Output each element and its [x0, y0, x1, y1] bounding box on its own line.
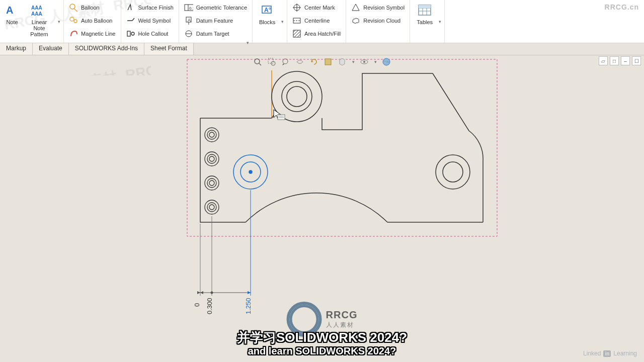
svg-point-60	[436, 155, 470, 189]
centerline-icon	[292, 16, 301, 25]
balloon-icon	[69, 3, 78, 12]
tab-evaluate[interactable]: Evaluate	[33, 43, 69, 55]
tables-button[interactable]: Tables	[412, 1, 437, 42]
logo-text: RRCG	[326, 309, 358, 321]
hole-callout-button[interactable]: Hole Callout	[123, 27, 177, 40]
magnetic-line-button[interactable]: Magnetic Line	[66, 27, 119, 40]
area-hatch-button[interactable]: Area Hatch/Fill	[289, 27, 344, 40]
note-label: Note	[6, 19, 18, 25]
linkedin-learning-badge: Linked in Learning	[583, 350, 637, 357]
rotate-icon[interactable]	[308, 56, 319, 67]
view-heads-up-toolbar: ▾ ▾	[252, 56, 392, 67]
linear-note-icon: AAAAAA	[31, 2, 47, 18]
section-view-icon[interactable]	[294, 56, 305, 67]
datum-feature-label: Datum Feature	[196, 18, 233, 24]
hole-callout-label: Hole Callout	[138, 31, 169, 37]
zoom-fit-icon[interactable]	[252, 56, 263, 67]
blocks-group: A° Blocks ▾	[253, 0, 287, 43]
revision-cloud-label: Revision Cloud	[363, 18, 400, 24]
svg-rect-32	[419, 5, 431, 8]
video-subtitle: 并学习SOLIDWORKS 2024? and learn SOLIDWORKS…	[237, 329, 407, 357]
revision-cloud-button[interactable]: Revision Cloud	[348, 14, 408, 27]
center-mark-icon	[292, 3, 301, 12]
note-button[interactable]: A Note	[2, 1, 22, 42]
dim-0300-text: 0.300	[206, 298, 213, 314]
hole-row-left	[205, 128, 219, 214]
svg-line-6	[74, 9, 77, 12]
blocks-button[interactable]: A° Blocks	[255, 1, 280, 42]
datum-target-label: Datum Target	[196, 31, 229, 37]
linkedin-text: Linked	[583, 350, 601, 357]
auto-balloon-button[interactable]: Auto Balloon	[66, 14, 119, 27]
svg-point-59	[249, 170, 252, 173]
balloon-button[interactable]: Balloon	[66, 1, 119, 14]
ribbon-toolbar: A Note AAAAAA Linear Note Pattern ▾ Ball…	[0, 0, 644, 43]
centerline-label: Centerline	[304, 18, 330, 24]
svg-point-54	[205, 200, 219, 214]
svg-point-48	[205, 152, 219, 166]
revision-symbol-button[interactable]: Revision Symbol	[348, 1, 408, 14]
subtitle-line2: and learn SOLIDWORKS 2024?	[237, 345, 407, 357]
balloon-group: Balloon Auto Balloon Magnetic Line	[64, 0, 121, 43]
datum-dropdown-icon[interactable]: ▾	[245, 40, 250, 45]
cursor-icon	[274, 110, 285, 120]
right-hole	[436, 155, 470, 189]
tables-icon	[417, 2, 433, 18]
tab-sheet-format[interactable]: Sheet Format	[144, 43, 194, 55]
svg-point-56	[209, 205, 214, 210]
datum-feature-icon: A	[184, 16, 193, 25]
tables-group: Tables ▾	[410, 0, 445, 43]
view-eye-icon[interactable]	[359, 56, 370, 67]
tab-addins[interactable]: SOLIDWORKS Add-Ins	[69, 43, 144, 55]
linear-note-pattern-button[interactable]: AAAAAA Linear Note Pattern	[22, 1, 56, 42]
svg-line-34	[259, 63, 261, 65]
linkedin-learning-text: Learning	[613, 350, 637, 357]
svg-text:A: A	[6, 5, 13, 16]
previous-view-icon[interactable]	[280, 56, 291, 67]
geometric-tolerance-button[interactable]: 0.3 Geometric Tolerance	[181, 1, 250, 14]
svg-point-61	[443, 162, 463, 182]
svg-point-50	[209, 156, 214, 161]
center-group: Center Mark Centerline Area Hatch/Fill	[287, 0, 346, 43]
auto-balloon-icon	[69, 16, 78, 25]
logo-tagline: 人人素材	[326, 321, 358, 329]
selected-hole[interactable]	[233, 155, 268, 189]
display-style-icon[interactable]	[323, 56, 334, 67]
datum-target-button[interactable]: Datum Target	[181, 27, 250, 40]
svg-point-43	[282, 81, 312, 112]
svg-point-45	[205, 128, 219, 142]
dim-0-text: 0	[193, 303, 201, 307]
datum-target-icon	[184, 29, 193, 38]
linear-note-label: Linear Note Pattern	[25, 19, 53, 37]
tables-dropdown-icon[interactable]: ▾	[437, 1, 442, 42]
blocks-label: Blocks	[259, 19, 275, 25]
svg-text:AAA: AAA	[31, 11, 42, 17]
surface-finish-button[interactable]: Surface Finish	[123, 1, 177, 14]
surface-finish-label: Surface Finish	[138, 5, 174, 11]
blocks-dropdown-icon[interactable]: ▾	[280, 1, 285, 42]
svg-point-69	[211, 292, 213, 294]
blocks-icon: A°	[259, 2, 275, 18]
svg-point-44	[287, 86, 307, 107]
svg-text:A°: A°	[264, 7, 271, 14]
globe-icon[interactable]	[381, 56, 392, 67]
svg-point-51	[205, 176, 219, 190]
command-tabs: Markup Evaluate SOLIDWORKS Add-Ins Sheet…	[0, 43, 644, 55]
magnetic-line-label: Magnetic Line	[81, 31, 116, 37]
auto-balloon-label: Auto Balloon	[81, 18, 112, 24]
linkedin-in-icon: in	[603, 350, 611, 357]
centerline-button[interactable]: Centerline	[289, 14, 344, 27]
weld-symbol-button[interactable]: Weld Symbol	[123, 14, 177, 27]
display-dropdown-icon[interactable]: ▾	[351, 56, 356, 67]
svg-point-55	[207, 203, 216, 212]
tab-markup[interactable]: Markup	[0, 43, 33, 55]
svg-text:0.3: 0.3	[189, 6, 193, 11]
center-mark-button[interactable]: Center Mark	[289, 1, 344, 14]
eye-dropdown-icon[interactable]: ▾	[373, 56, 378, 67]
note-group: A Note AAAAAA Linear Note Pattern ▾	[0, 0, 64, 43]
svg-text:A: A	[188, 18, 191, 23]
zoom-area-icon[interactable]	[266, 56, 277, 67]
note-dropdown-icon[interactable]: ▾	[56, 1, 61, 42]
hide-show-icon[interactable]	[337, 56, 348, 67]
datum-feature-button[interactable]: A Datum Feature	[181, 14, 250, 27]
